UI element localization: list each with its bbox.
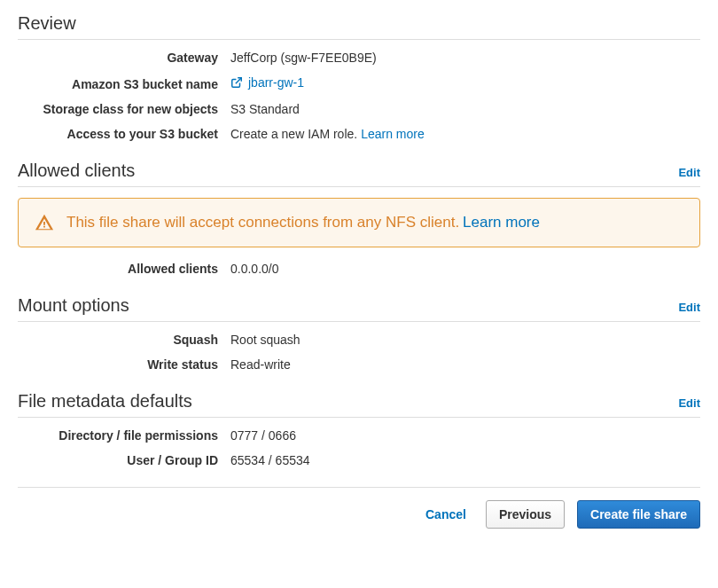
label-permissions: Directory / file permissions bbox=[18, 428, 230, 443]
edit-allowed-clients[interactable]: Edit bbox=[678, 166, 700, 179]
alert-learn-more-link[interactable]: Learn more bbox=[463, 214, 540, 231]
label-gateway: Gateway bbox=[18, 51, 230, 65]
warning-alert: This file share will accept connections … bbox=[18, 198, 700, 247]
section-title-allowed-clients: Allowed clients bbox=[18, 161, 135, 181]
row-permissions: Directory / file permissions 0777 / 0666 bbox=[18, 428, 700, 443]
label-access: Access to your S3 bucket bbox=[18, 127, 230, 141]
row-allowed-clients: Allowed clients 0.0.0.0/0 bbox=[18, 262, 700, 276]
edit-mount-options[interactable]: Edit bbox=[678, 301, 700, 314]
section-title-file-metadata: File metadata defaults bbox=[18, 391, 192, 412]
value-write-status: Read-write bbox=[230, 357, 700, 372]
section-header-allowed-clients: Allowed clients Edit bbox=[18, 161, 700, 187]
access-text: Create a new IAM role. bbox=[230, 127, 357, 141]
row-user-group: User / Group ID 65534 / 65534 bbox=[18, 453, 700, 467]
value-storage-class: S3 Standard bbox=[230, 102, 700, 116]
warning-icon bbox=[35, 213, 54, 232]
row-write-status: Write status Read-write bbox=[18, 357, 700, 372]
section-header-file-metadata: File metadata defaults Edit bbox=[18, 391, 700, 418]
value-permissions: 0777 / 0666 bbox=[230, 428, 700, 443]
cancel-button[interactable]: Cancel bbox=[418, 501, 473, 528]
row-bucket: Amazon S3 bucket name jbarr-gw-1 bbox=[18, 75, 700, 91]
row-gateway: Gateway JeffCorp (sgw-F7EE0B9E) bbox=[18, 51, 700, 65]
alert-text: This file share will accept connections … bbox=[66, 214, 459, 231]
footer: Cancel Previous Create file share bbox=[18, 487, 700, 529]
previous-button[interactable]: Previous bbox=[486, 500, 565, 529]
section-title-mount-options: Mount options bbox=[18, 295, 129, 316]
label-bucket: Amazon S3 bucket name bbox=[18, 77, 230, 91]
label-squash: Squash bbox=[18, 333, 230, 347]
row-storage-class: Storage class for new objects S3 Standar… bbox=[18, 102, 700, 116]
value-gateway: JeffCorp (sgw-F7EE0B9E) bbox=[230, 51, 700, 65]
label-user-group: User / Group ID bbox=[18, 453, 230, 467]
bucket-link[interactable]: jbarr-gw-1 bbox=[248, 75, 304, 90]
external-link-icon bbox=[230, 76, 243, 89]
value-bucket: jbarr-gw-1 bbox=[230, 75, 700, 90]
section-header-mount-options: Mount options Edit bbox=[18, 295, 700, 322]
access-learn-more-link[interactable]: Learn more bbox=[361, 127, 425, 141]
label-storage-class: Storage class for new objects bbox=[18, 102, 230, 116]
value-squash: Root squash bbox=[230, 333, 700, 347]
value-allowed-clients: 0.0.0.0/0 bbox=[230, 262, 700, 276]
edit-file-metadata[interactable]: Edit bbox=[678, 396, 700, 410]
create-file-share-button[interactable]: Create file share bbox=[577, 500, 700, 529]
row-squash: Squash Root squash bbox=[18, 333, 700, 347]
section-title-review: Review bbox=[18, 13, 700, 40]
label-allowed-clients: Allowed clients bbox=[18, 262, 230, 276]
value-user-group: 65534 / 65534 bbox=[230, 453, 700, 467]
label-write-status: Write status bbox=[18, 357, 230, 372]
row-access: Access to your S3 bucket Create a new IA… bbox=[18, 127, 700, 141]
value-access: Create a new IAM role. Learn more bbox=[230, 127, 700, 141]
